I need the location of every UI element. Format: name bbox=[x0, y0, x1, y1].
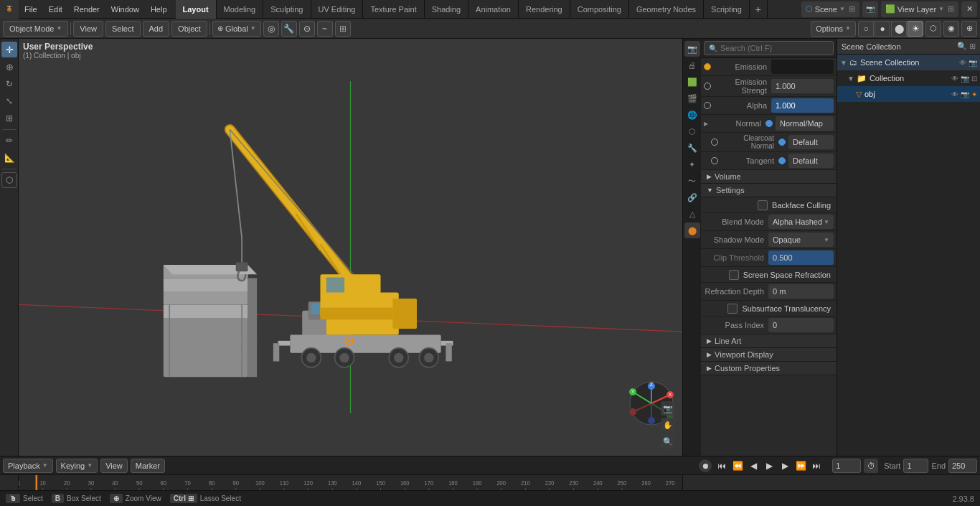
solid-shading-btn[interactable]: ● bbox=[875, 21, 890, 37]
outliner-collection[interactable]: ▼ 📁 Collection 👁 📷 ⊡ bbox=[837, 70, 980, 86]
playback-menu-btn[interactable]: Playback ▼ bbox=[3, 459, 53, 473]
next-keyframe-btn[interactable]: ⏩ bbox=[793, 459, 808, 473]
clip-threshold-value[interactable]: 0.500 bbox=[768, 250, 834, 265]
normal-expand-arrow[interactable]: ▶ bbox=[704, 121, 708, 127]
pass-index-value[interactable]: 0 bbox=[768, 318, 834, 332]
transform-tool[interactable]: ⊞ bbox=[1, 111, 17, 126]
timeline-view-btn[interactable]: View bbox=[100, 459, 128, 473]
measure-tool[interactable]: 📐 bbox=[1, 150, 17, 166]
collection-vp-icon[interactable]: ⊡ bbox=[971, 75, 977, 83]
tab-scripting[interactable]: Scripting bbox=[704, 0, 750, 19]
snap-btn[interactable]: 🔧 bbox=[281, 21, 297, 37]
gizmo-btn[interactable]: ⊕ bbox=[961, 21, 977, 37]
outliner-scene-collection[interactable]: ▼ 🗂 Scene Collection 👁 📷 bbox=[837, 55, 980, 70]
object-menu-btn[interactable]: Object bbox=[171, 21, 207, 37]
next-frame-btn[interactable]: ▶ bbox=[778, 459, 792, 473]
tangent-value[interactable]: Default bbox=[788, 154, 834, 168]
world-tab[interactable]: 🌐 bbox=[684, 107, 700, 123]
scene-tab[interactable]: 🎬 bbox=[684, 90, 700, 106]
timeline-track[interactable]: 1 10 20 30 40 50 60 70 80 90 bbox=[19, 475, 682, 490]
constraints-tab[interactable]: 🔗 bbox=[684, 189, 700, 205]
wireframe-shading-btn[interactable]: ○ bbox=[858, 21, 874, 37]
viewport-camera-icon[interactable]: 📷 bbox=[661, 401, 675, 416]
graph-btn[interactable]: ~ bbox=[317, 21, 333, 37]
rendered-shading-btn[interactable]: ☀ bbox=[908, 21, 923, 37]
properties-search-input[interactable] bbox=[720, 44, 829, 52]
view-layer-tab[interactable]: 🟩 bbox=[684, 74, 700, 90]
emission-strength-value[interactable]: 1.000 bbox=[771, 79, 834, 93]
end-frame-input[interactable]: 250 bbox=[948, 459, 977, 473]
viewport-hand-icon[interactable]: ✋ bbox=[661, 418, 675, 432]
scale-tool[interactable]: ⤡ bbox=[1, 93, 17, 109]
object-data-tab[interactable]: △ bbox=[684, 206, 700, 222]
object-mode-dropdown[interactable]: Object Mode ▼ bbox=[3, 21, 68, 37]
menu-file[interactable]: File bbox=[19, 0, 43, 18]
material-shading-btn[interactable]: ⬤ bbox=[891, 21, 907, 37]
prev-keyframe-btn[interactable]: ⏪ bbox=[730, 459, 745, 473]
obj-filter-icon[interactable]: ✦ bbox=[971, 90, 977, 98]
outliner-filter-icon[interactable]: ⊞ bbox=[969, 42, 976, 51]
alpha-value[interactable]: 1.000 bbox=[771, 98, 834, 113]
rotate-tool[interactable]: ↻ bbox=[1, 76, 17, 92]
menu-window[interactable]: Window bbox=[105, 0, 145, 18]
modifier-tab[interactable]: 🔧 bbox=[684, 140, 700, 156]
tab-compositing[interactable]: Compositing bbox=[570, 0, 629, 19]
particles-tab[interactable]: ✦ bbox=[684, 156, 700, 172]
blend-mode-dropdown[interactable]: Alpha Hashed ▼ bbox=[768, 215, 834, 229]
menu-render[interactable]: Render bbox=[68, 0, 105, 18]
collection-render-icon[interactable]: 📷 bbox=[961, 75, 969, 83]
refraction-depth-value[interactable]: 0 m bbox=[768, 284, 834, 299]
viewport-display-section-header[interactable]: ▶ Viewport Display bbox=[701, 348, 837, 362]
marker-menu-btn[interactable]: Marker bbox=[131, 459, 165, 473]
obj-visibility-icon[interactable]: 👁 bbox=[951, 90, 958, 98]
scene-collection-render-icon[interactable]: 📷 bbox=[969, 59, 977, 67]
tab-geometry-nodes[interactable]: Geometry Nodes bbox=[629, 0, 704, 19]
tab-layout[interactable]: Layout bbox=[176, 0, 217, 19]
render-tab[interactable]: 📷 bbox=[684, 41, 700, 57]
playback-settings-btn[interactable]: ⏱ bbox=[864, 459, 878, 473]
physics-tab[interactable]: 〜 bbox=[684, 173, 700, 189]
menu-edit[interactable]: Edit bbox=[43, 0, 68, 18]
overlay-btn[interactable]: ◉ bbox=[943, 21, 959, 37]
volume-section-header[interactable]: ▶ Volume bbox=[701, 170, 837, 184]
jump-start-btn[interactable]: ⏮ bbox=[715, 459, 729, 473]
cursor-tool[interactable]: ✛ bbox=[1, 42, 17, 57]
shadow-mode-dropdown[interactable]: Opaque ▼ bbox=[768, 233, 834, 247]
backface-culling-checkbox[interactable] bbox=[758, 200, 768, 210]
collection-visibility-icon[interactable]: 👁 bbox=[951, 75, 958, 83]
material-tab[interactable]: ⬤ bbox=[684, 222, 700, 238]
jump-end-btn[interactable]: ⏭ bbox=[809, 459, 824, 473]
add-primitive-tool[interactable]: ⬡ bbox=[1, 172, 17, 188]
menu-help[interactable]: Help bbox=[145, 0, 173, 18]
current-frame-input[interactable]: 1 bbox=[832, 459, 861, 473]
proportional-edit-btn[interactable]: ⊙ bbox=[299, 21, 315, 37]
custom-properties-section-header[interactable]: ▶ Custom Properties bbox=[701, 362, 837, 375]
keying-menu-btn[interactable]: Keying ▼ bbox=[56, 459, 98, 473]
record-btn[interactable]: ⏺ bbox=[699, 459, 712, 472]
tab-sculpting[interactable]: Sculpting bbox=[263, 0, 311, 19]
transform-pivot-btn[interactable]: ◎ bbox=[263, 21, 279, 37]
view-layer-selector[interactable]: 🟩 View Layer ▼ ⊞ bbox=[881, 1, 958, 17]
line-art-section-header[interactable]: ▶ Line Art bbox=[701, 334, 837, 348]
add-menu-btn[interactable]: Add bbox=[143, 21, 170, 37]
transform-orientation-dropdown[interactable]: ⊕ Global ▼ bbox=[212, 21, 261, 37]
tab-modeling[interactable]: Modeling bbox=[217, 0, 264, 19]
outliner-obj-item[interactable]: ▽ obj 👁 📷 ✦ bbox=[837, 86, 980, 102]
close-view-layer-btn[interactable]: ✕ bbox=[961, 1, 977, 17]
settings-section-header[interactable]: ▼ Settings bbox=[701, 184, 837, 197]
xray-btn[interactable]: ⬡ bbox=[925, 21, 941, 37]
blender-logo-btn[interactable] bbox=[0, 0, 19, 19]
tab-rendering[interactable]: Rendering bbox=[519, 0, 570, 19]
subsurface-translucency-checkbox[interactable] bbox=[727, 304, 738, 314]
output-tab[interactable]: 🖨 bbox=[684, 57, 700, 73]
scene-selector[interactable]: ⬡ Scene ▼ ⊞ bbox=[801, 1, 859, 17]
tab-uv-editing[interactable]: UV Editing bbox=[311, 0, 364, 19]
select-menu-btn[interactable]: Select bbox=[105, 21, 141, 37]
tab-add-new[interactable]: + bbox=[750, 0, 768, 19]
view-menu-btn[interactable]: View bbox=[73, 21, 103, 37]
annotate-tool[interactable]: ✏ bbox=[1, 133, 17, 149]
grid-btn[interactable]: ⊞ bbox=[335, 21, 351, 37]
prev-frame-btn[interactable]: ◀ bbox=[746, 459, 760, 473]
render-properties-btn[interactable]: 📷 bbox=[862, 1, 878, 17]
tab-animation[interactable]: Animation bbox=[468, 0, 519, 19]
